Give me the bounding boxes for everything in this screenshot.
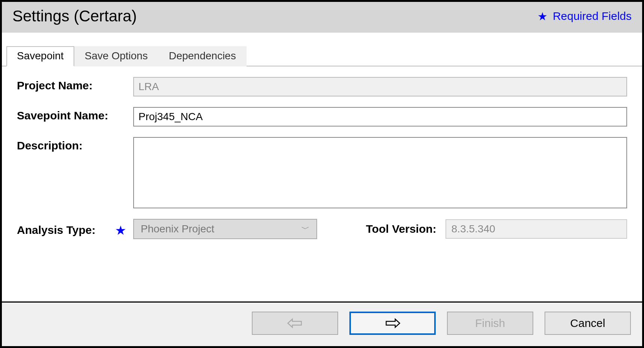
star-icon: ★ — [537, 10, 548, 23]
row-analysis-type: Analysis Type: ★ Phoenix Project ﹀ Tool … — [17, 219, 627, 239]
label-project-name: Project Name: — [17, 77, 133, 92]
wizard-footer: Finish Cancel — [2, 301, 642, 346]
project-name-field — [133, 77, 627, 96]
content-area: Savepoint Save Options Dependencies Proj… — [2, 33, 642, 301]
titlebar: Settings (Certara) ★ Required Fields — [2, 2, 642, 33]
required-fields-note: ★ Required Fields — [537, 10, 632, 23]
tab-savepoint[interactable]: Savepoint — [6, 46, 74, 66]
finish-button: Finish — [447, 312, 533, 335]
settings-dialog: Settings (Certara) ★ Required Fields Sav… — [0, 0, 644, 348]
cancel-button[interactable]: Cancel — [545, 312, 631, 335]
row-savepoint-name: Savepoint Name: — [17, 107, 627, 127]
label-analysis-type: Analysis Type: ★ — [17, 221, 133, 237]
star-icon: ★ — [116, 224, 126, 237]
chevron-down-icon: ﹀ — [301, 223, 310, 235]
next-button[interactable] — [349, 312, 436, 335]
savepoint-form: Project Name: Savepoint Name: Descriptio… — [2, 66, 642, 301]
savepoint-name-field[interactable] — [133, 107, 627, 127]
tool-version-field — [445, 219, 627, 239]
arrow-right-icon — [384, 318, 401, 329]
description-field[interactable] — [133, 137, 627, 208]
dialog-title: Settings (Certara) — [12, 7, 137, 25]
tab-strip: Savepoint Save Options Dependencies — [2, 45, 642, 66]
row-description: Description: — [17, 137, 627, 208]
tab-dependencies[interactable]: Dependencies — [158, 46, 247, 66]
arrow-left-icon — [286, 318, 304, 329]
label-description: Description: — [17, 137, 133, 152]
label-savepoint-name: Savepoint Name: — [17, 107, 133, 122]
row-project-name: Project Name: — [17, 77, 627, 96]
analysis-type-value: Phoenix Project — [141, 223, 214, 235]
tab-save-options[interactable]: Save Options — [74, 46, 158, 66]
label-tool-version: Tool Version: — [366, 223, 436, 235]
back-button — [252, 312, 338, 335]
analysis-type-combo[interactable]: Phoenix Project ﹀ — [133, 219, 317, 239]
required-fields-text: Required Fields — [553, 10, 632, 23]
